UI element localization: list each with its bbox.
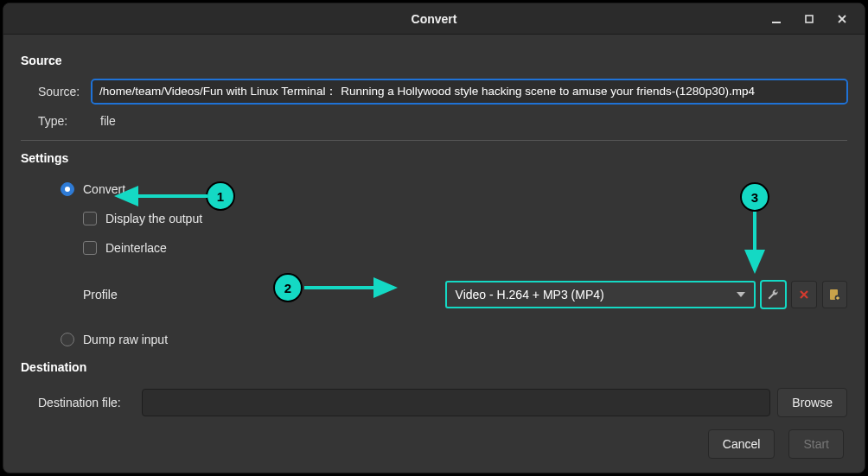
browse-button[interactable]: Browse — [777, 388, 847, 417]
annotation-badge-1: 1 — [207, 183, 233, 209]
dump-raw-radio[interactable] — [61, 333, 74, 346]
type-label: Type: — [38, 114, 92, 128]
deinterlace-checkbox[interactable] — [83, 241, 97, 255]
profile-row: Profile Video - H.264 + MP3 (MP4) — [61, 281, 847, 308]
convert-dialog: Convert Source Source: Type: file Settin… — [3, 3, 865, 473]
divider — [21, 140, 847, 141]
chevron-down-icon — [737, 292, 745, 297]
cancel-button[interactable]: Cancel — [708, 429, 775, 459]
delete-profile-button[interactable] — [791, 281, 816, 308]
convert-radio[interactable] — [61, 182, 74, 196]
deinterlace-row[interactable]: Deinterlace — [83, 236, 847, 260]
display-output-checkbox[interactable] — [83, 212, 97, 225]
maximize-button[interactable] — [802, 12, 816, 26]
display-output-row[interactable]: Display the output — [83, 206, 847, 231]
source-input[interactable] — [92, 79, 847, 104]
svg-rect-1 — [806, 16, 813, 22]
minimize-button[interactable] — [769, 12, 783, 26]
svg-rect-0 — [772, 22, 781, 23]
destination-header: Destination — [21, 360, 847, 374]
source-label: Source: — [38, 85, 92, 98]
window-title: Convert — [3, 12, 865, 26]
source-header: Source — [21, 54, 847, 67]
type-row: Type: file — [21, 114, 847, 128]
source-row: Source: — [21, 79, 847, 104]
display-output-label: Display the output — [105, 212, 202, 225]
deinterlace-label: Deinterlace — [105, 241, 167, 255]
close-button[interactable] — [835, 12, 849, 26]
convert-radio-row[interactable]: Convert — [61, 177, 847, 201]
start-button[interactable]: Start — [788, 429, 844, 459]
settings-body: Convert Display the output Deinterlace P… — [21, 174, 847, 357]
destination-file-input[interactable] — [142, 389, 770, 416]
new-profile-icon — [827, 288, 841, 301]
dialog-footer: Cancel Start — [21, 417, 847, 464]
settings-header: Settings — [21, 151, 847, 165]
dump-raw-row[interactable]: Dump raw input — [61, 327, 847, 352]
profile-value: Video - H.264 + MP3 (MP4) — [456, 288, 604, 301]
wrench-icon — [766, 288, 780, 301]
edit-profile-button[interactable] — [761, 281, 786, 308]
delete-icon — [798, 289, 810, 301]
profile-select[interactable]: Video - H.264 + MP3 (MP4) — [445, 281, 756, 308]
convert-label: Convert — [83, 182, 125, 196]
new-profile-button[interactable] — [822, 281, 847, 308]
annotation-badge-3: 3 — [742, 184, 768, 210]
destination-row: Destination file: Browse — [38, 388, 847, 417]
type-value: file — [100, 114, 116, 128]
dump-raw-label: Dump raw input — [83, 333, 168, 346]
annotation-badge-2: 2 — [275, 275, 301, 301]
profile-label: Profile — [83, 288, 134, 301]
dialog-body: Source Source: Type: file Settings Conve… — [3, 35, 865, 473]
window-controls — [769, 12, 865, 26]
destination-file-label: Destination file: — [38, 396, 142, 409]
titlebar: Convert — [3, 3, 865, 35]
